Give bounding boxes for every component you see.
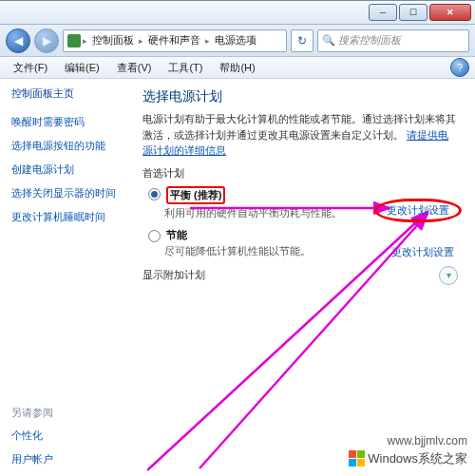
search-input[interactable]: 🔍 搜索控制面板 bbox=[317, 29, 469, 52]
close-button[interactable]: ✕ bbox=[429, 4, 471, 21]
page-title: 选择电源计划 bbox=[142, 88, 458, 105]
breadcrumb[interactable]: ▸ 控制面板 ▸ 硬件和声音 ▸ 电源选项 bbox=[63, 29, 287, 52]
plan-balanced-title: 平衡 (推荐) bbox=[170, 189, 221, 200]
watermark-text: Windows系统之家 bbox=[368, 450, 467, 467]
highlight-balanced: 平衡 (推荐) bbox=[166, 186, 225, 204]
menu-bar: 文件(F) 编辑(E) 查看(V) 工具(T) 帮助(H) ? bbox=[0, 57, 475, 79]
chevron-right-icon: ▸ bbox=[205, 36, 210, 46]
search-placeholder: 搜索控制面板 bbox=[338, 33, 401, 48]
page-description: 电源计划有助于最大化计算机的性能或者节能。通过选择计划来将其激活，或选择计划并通… bbox=[142, 111, 458, 159]
chevron-down-icon: ▾ bbox=[439, 266, 458, 285]
sidebar-item-create-plan[interactable]: 创建电源计划 bbox=[11, 162, 124, 177]
watermark-url: www.bjjmlv.com bbox=[388, 434, 467, 447]
forward-icon: ▶ bbox=[43, 34, 51, 48]
chevron-right-icon: ▸ bbox=[83, 36, 87, 46]
close-icon: ✕ bbox=[446, 9, 454, 17]
menu-file[interactable]: 文件(F) bbox=[6, 59, 55, 77]
back-icon: ◀ bbox=[14, 34, 23, 48]
crumb-control-panel[interactable]: 控制面板 bbox=[89, 33, 137, 48]
maximize-icon: ☐ bbox=[409, 9, 417, 17]
sidebar-item-require-password[interactable]: 唤醒时需要密码 bbox=[11, 115, 124, 129]
windows-logo-icon bbox=[349, 450, 366, 467]
menu-tools[interactable]: 工具(T) bbox=[161, 59, 210, 77]
sidebar-related-personalization[interactable]: 个性化 bbox=[11, 428, 124, 443]
window: ─ ☐ ✕ ◀ ▶ ▸ 控制面板 ▸ 硬件和声音 ▸ 电源选项 ↻ 🔍 搜索控制… bbox=[0, 0, 475, 476]
minimize-button[interactable]: ─ bbox=[369, 4, 397, 21]
sidebar-item-power-button[interactable]: 选择电源按钮的功能 bbox=[11, 139, 124, 153]
crumb-power-options[interactable]: 电源选项 bbox=[212, 33, 259, 48]
nav-bar: ◀ ▶ ▸ 控制面板 ▸ 硬件和声音 ▸ 电源选项 ↻ 🔍 搜索控制面板 bbox=[0, 25, 475, 57]
radio-saver[interactable] bbox=[148, 230, 161, 242]
sidebar: 控制面板主页 唤醒时需要密码 选择电源按钮的功能 创建电源计划 选择关闭显示器的… bbox=[0, 79, 133, 476]
body: 控制面板主页 唤醒时需要密码 选择电源按钮的功能 创建电源计划 选择关闭显示器的… bbox=[0, 79, 475, 476]
sidebar-related-header: 另请参阅 bbox=[11, 406, 124, 420]
change-settings-saver[interactable]: 更改计划设置 bbox=[391, 245, 454, 259]
plan-saver[interactable]: 节能 bbox=[148, 228, 458, 242]
sidebar-home[interactable]: 控制面板主页 bbox=[11, 86, 124, 101]
maximize-button[interactable]: ☐ bbox=[399, 4, 428, 21]
sidebar-related-user-accounts[interactable]: 用户帐户 bbox=[11, 452, 124, 466]
plan-saver-title: 节能 bbox=[166, 228, 187, 242]
menu-view[interactable]: 查看(V) bbox=[109, 59, 160, 77]
sidebar-item-display-off[interactable]: 选择关闭显示器的时间 bbox=[11, 186, 124, 200]
nav-forward-button[interactable]: ▶ bbox=[34, 29, 59, 53]
menu-help[interactable]: 帮助(H) bbox=[212, 59, 262, 77]
radio-balanced[interactable] bbox=[148, 188, 161, 200]
content: 选择电源计划 电源计划有助于最大化计算机的性能或者节能。通过选择计划来将其激活，… bbox=[133, 79, 475, 476]
highlight-change-settings: 更改计划设置 bbox=[374, 199, 462, 222]
menu-edit[interactable]: 编辑(E) bbox=[57, 59, 107, 77]
title-bar: ─ ☐ ✕ bbox=[0, 0, 475, 25]
refresh-icon: ↻ bbox=[297, 34, 307, 48]
preferred-plans-label: 首选计划 bbox=[142, 166, 458, 181]
change-settings-balanced[interactable]: 更改计划设置 bbox=[387, 204, 449, 216]
show-additional-plans[interactable]: 显示附加计划 ▾ bbox=[142, 266, 458, 285]
nav-back-button[interactable]: ◀ bbox=[6, 29, 30, 53]
help-button[interactable]: ? bbox=[450, 58, 469, 77]
chevron-right-icon: ▸ bbox=[139, 36, 143, 46]
refresh-button[interactable]: ↻ bbox=[291, 29, 314, 52]
minimize-icon: ─ bbox=[380, 9, 386, 17]
watermark: Windows系统之家 bbox=[347, 449, 469, 468]
show-additional-label: 显示附加计划 bbox=[142, 268, 205, 282]
search-icon: 🔍 bbox=[322, 34, 335, 47]
crumb-hardware-sound[interactable]: 硬件和声音 bbox=[145, 33, 203, 48]
change-settings-balanced-wrap: 更改计划设置 bbox=[374, 199, 462, 222]
help-icon: ? bbox=[457, 62, 463, 73]
sidebar-item-sleep-time[interactable]: 更改计算机睡眠时间 bbox=[11, 210, 124, 224]
control-panel-icon bbox=[67, 34, 81, 48]
